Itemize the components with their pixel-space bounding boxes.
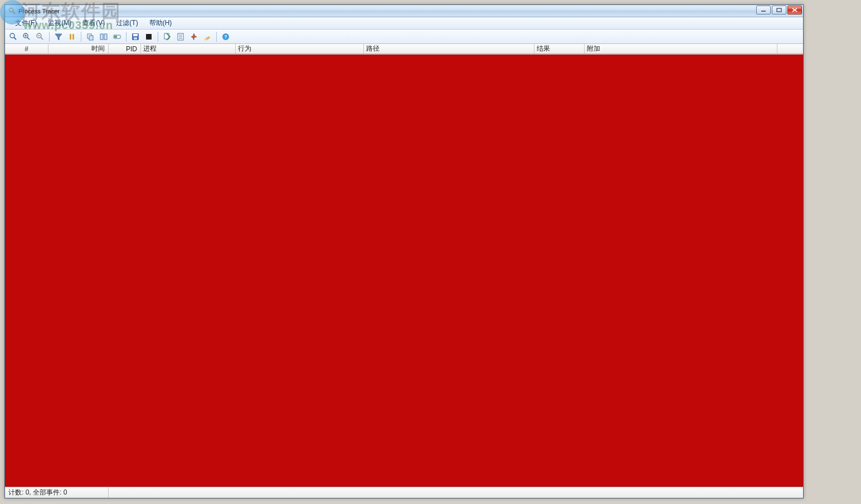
save-icon[interactable] [129,31,142,43]
status-pane-2 [109,487,803,498]
status-bar: 计数: 0, 全部事件: 0 [5,487,803,498]
zoom-in-icon[interactable] [21,31,33,43]
copy-icon[interactable] [84,31,96,43]
svg-rect-21 [104,34,107,40]
svg-rect-3 [777,8,781,12]
svg-point-0 [9,8,13,12]
column-result[interactable]: 结果 [534,44,585,53]
svg-rect-16 [70,34,71,40]
menu-view[interactable]: 查看(V) [77,17,110,29]
table-header: # 时间 PID 进程 行为 路径 结果 附加 [5,44,803,54]
svg-line-1 [13,12,15,14]
clear-icon[interactable] [201,31,213,43]
svg-rect-17 [72,34,74,40]
stop-icon[interactable] [143,31,155,43]
svg-line-9 [27,37,30,40]
svg-point-6 [10,33,14,38]
menu-bar: 文件(F) 监视(M) 查看(V) 过滤(T) 帮助(H) [5,17,803,30]
toolbar: ? [5,30,803,44]
svg-rect-20 [100,34,103,40]
window-title: Process Tracer [18,8,60,14]
status-counts: 计数: 0, 全部事件: 0 [5,487,109,498]
svg-rect-27 [146,34,152,40]
zoom-out-icon[interactable] [34,31,46,43]
svg-line-7 [14,37,16,40]
column-action[interactable]: 行为 [236,44,364,53]
toolbar-separator [126,32,127,42]
toolbar-separator [216,32,217,42]
menu-filter[interactable]: 过滤(T) [110,17,143,29]
toolbar-separator [81,32,81,42]
properties-icon[interactable] [174,31,187,43]
filter-icon[interactable] [52,31,65,43]
menu-help[interactable]: 帮助(H) [144,17,178,29]
svg-line-13 [41,37,43,40]
pin-icon[interactable] [188,31,200,43]
column-time[interactable]: 时间 [48,44,109,53]
svg-rect-25 [133,34,138,36]
app-window: Process Tracer 文件(F) 监视(M) 查看(V) 过滤(T) 帮… [4,4,804,498]
menu-file[interactable]: 文件(F) [9,17,42,29]
close-button[interactable] [787,6,802,14]
toolbar-separator [49,32,50,42]
column-seq[interactable]: # [5,44,48,53]
svg-rect-23 [114,36,117,38]
help-icon[interactable]: ? [220,31,232,43]
minimize-button[interactable] [756,6,771,14]
toggle-icon[interactable] [111,31,123,43]
app-icon [8,7,16,15]
column-attach[interactable]: 附加 [585,44,777,53]
pause-icon[interactable] [66,31,78,43]
jump-icon[interactable] [161,31,173,43]
content-area[interactable] [5,54,803,487]
window-controls [756,6,802,14]
svg-rect-26 [134,37,137,40]
find-icon[interactable] [7,31,20,43]
toolbar-separator [158,32,158,42]
title-bar[interactable]: Process Tracer [5,5,803,17]
svg-text:?: ? [224,34,227,40]
column-pid[interactable]: PID [109,44,141,53]
column-process[interactable]: 进程 [141,44,236,53]
maximize-button[interactable] [772,6,786,14]
svg-rect-19 [89,36,93,40]
menu-monitor[interactable]: 监视(M) [42,17,77,29]
column-path[interactable]: 路径 [364,44,534,53]
split-icon[interactable] [98,31,110,43]
column-extra[interactable] [777,44,803,53]
svg-marker-15 [55,34,62,40]
